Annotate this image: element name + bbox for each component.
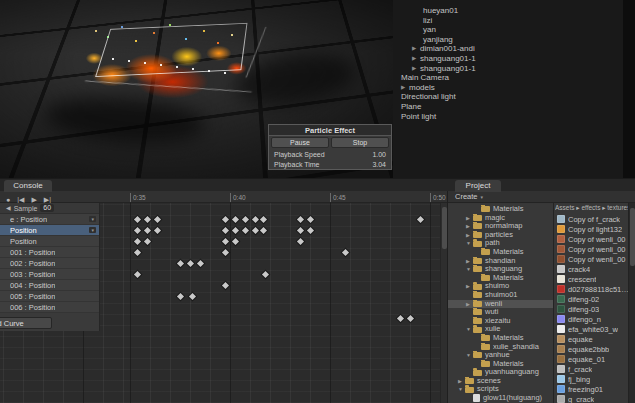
hierarchy-item[interactable]: lizi — [393, 16, 635, 26]
keyframe[interactable] — [260, 216, 267, 223]
anim-property-row[interactable]: e : Position▾ — [0, 214, 99, 225]
project-scrollbar[interactable] — [628, 203, 635, 403]
scrollbar-thumb[interactable] — [442, 207, 447, 249]
hierarchy-item[interactable]: Point light — [393, 112, 635, 122]
project-tree-item[interactable]: yuanhuanguang — [448, 368, 553, 377]
keyframe[interactable] — [297, 227, 304, 234]
keyframe[interactable] — [252, 216, 259, 223]
add-curve-button[interactable]: Add Curve — [0, 317, 52, 329]
scene-view[interactable]: Particle Effect Pause Stop Playback Spee… — [0, 0, 393, 178]
keyframe[interactable] — [177, 260, 184, 267]
keyframe[interactable] — [187, 260, 194, 267]
fold-arrow-icon[interactable]: ▶ — [412, 64, 420, 74]
project-tree-item[interactable]: Materials — [448, 360, 553, 369]
hierarchy-item[interactable]: Main Camera — [393, 73, 635, 83]
keyframe[interactable] — [397, 315, 404, 322]
project-tree-item[interactable]: Materials — [448, 248, 553, 257]
anim-property-row[interactable]: 001 : Position — [0, 247, 99, 258]
pause-button[interactable]: Pause — [271, 137, 329, 148]
asset-item[interactable]: Copy of wenli_00 — [555, 244, 629, 254]
keyframe[interactable] — [144, 216, 151, 223]
chevron-down-icon[interactable]: ▾ — [481, 194, 484, 200]
fold-arrow-icon[interactable]: ▶ — [466, 214, 473, 223]
tab-console[interactable]: Console — [4, 180, 52, 192]
asset-item[interactable]: efa_white03_w — [555, 324, 629, 334]
asset-item[interactable]: fj_bing — [555, 374, 629, 384]
create-button[interactable]: Create — [455, 192, 478, 201]
keyframe[interactable] — [242, 227, 249, 234]
sample-value-field[interactable]: 60 — [40, 204, 54, 212]
project-tree-item[interactable]: ▶shandian — [448, 257, 553, 266]
keyframe[interactable] — [134, 271, 141, 278]
asset-item[interactable]: difengo_n — [555, 314, 629, 324]
anim-property-row[interactable]: 004 : Position — [0, 280, 99, 291]
keyframe[interactable] — [177, 293, 184, 300]
keyframe[interactable] — [407, 315, 414, 322]
keyframe[interactable] — [297, 216, 304, 223]
keyframe[interactable] — [262, 271, 269, 278]
asset-item[interactable]: f_crack — [555, 364, 629, 374]
asset-item[interactable]: g_crack — [555, 394, 629, 403]
fold-arrow-icon[interactable]: ▶ — [466, 257, 473, 266]
project-tree-item[interactable]: ▼path — [448, 239, 553, 248]
project-tree-item[interactable]: wuti — [448, 308, 553, 317]
fold-arrow-icon[interactable]: ▼ — [458, 385, 465, 394]
keyframe[interactable] — [232, 216, 239, 223]
left-arrow-icon[interactable]: ◀ — [6, 203, 11, 214]
keyframe[interactable] — [222, 282, 229, 289]
project-tree-item[interactable]: ▶normalmap — [448, 222, 553, 231]
project-tree-item[interactable]: ▶magic — [448, 214, 553, 223]
keyframe[interactable] — [134, 227, 141, 234]
keyframe[interactable] — [222, 216, 229, 223]
keyframe[interactable] — [144, 238, 151, 245]
hierarchy-item[interactable]: ▶shanguang01-1 — [393, 54, 635, 64]
asset-item[interactable]: Copy of wenli_00 — [555, 234, 629, 244]
fold-arrow-icon[interactable]: ▼ — [466, 351, 473, 360]
project-tree-item[interactable]: ▶scenes — [448, 377, 553, 386]
keyframe[interactable] — [232, 227, 239, 234]
asset-item[interactable]: crescent — [555, 274, 629, 284]
project-tree-item[interactable]: Materials — [448, 334, 553, 343]
keyframe[interactable] — [417, 216, 424, 223]
keyframe[interactable] — [134, 216, 141, 223]
keyframe[interactable] — [134, 249, 141, 256]
chevron-down-icon[interactable]: ▾ — [89, 227, 96, 233]
fold-arrow-icon[interactable]: ▼ — [466, 325, 473, 334]
animation-scrollbar[interactable] — [440, 203, 447, 403]
keyframe[interactable] — [242, 216, 249, 223]
asset-item[interactable]: equake — [555, 334, 629, 344]
project-tree-item[interactable]: ▼xulie — [448, 325, 553, 334]
project-tree-item[interactable]: ▼scripts — [448, 385, 553, 394]
project-tree-item[interactable]: ▶shuimo — [448, 282, 553, 291]
project-tree-item[interactable]: xulie_shandia — [448, 343, 553, 352]
fold-arrow-icon[interactable]: ▼ — [466, 239, 473, 248]
keyframe[interactable] — [297, 238, 304, 245]
hierarchy-item[interactable]: yan — [393, 25, 635, 35]
keyframe[interactable] — [342, 249, 349, 256]
project-tree-item[interactable]: shuimo01 — [448, 291, 553, 300]
anim-property-row[interactable]: 002 : Position — [0, 258, 99, 269]
project-tree-item[interactable]: glow11(huiguang) — [448, 394, 553, 403]
scrollbar-thumb[interactable] — [630, 208, 635, 266]
fold-arrow-icon[interactable]: ▶ — [412, 44, 420, 54]
keyframe[interactable] — [144, 227, 151, 234]
project-tree-item[interactable]: Materials — [448, 205, 553, 214]
anim-property-row[interactable]: Position — [0, 236, 99, 247]
hierarchy-item[interactable]: Plane — [393, 102, 635, 112]
keyframe[interactable] — [260, 227, 267, 234]
column-divider[interactable] — [553, 203, 554, 403]
asset-item[interactable]: d027888118c51074 — [555, 284, 629, 294]
hierarchy-item[interactable]: ▶dimian001-andi — [393, 44, 635, 54]
fold-arrow-icon[interactable]: ▶ — [401, 83, 409, 93]
fold-arrow-icon[interactable]: ▶ — [466, 300, 473, 309]
fold-arrow-icon[interactable]: ▼ — [466, 265, 473, 274]
anim-property-row[interactable]: Position▾ — [0, 225, 99, 236]
hierarchy-item[interactable]: yanjiang — [393, 35, 635, 45]
fold-arrow-icon[interactable]: ▶ — [412, 54, 420, 64]
hierarchy-item[interactable]: ▶shanguang01-1 — [393, 64, 635, 74]
anim-property-row[interactable]: 005 : Position — [0, 291, 99, 302]
keyframe[interactable] — [232, 238, 239, 245]
hierarchy-item[interactable]: hueyan01 — [393, 6, 635, 16]
stop-button[interactable]: Stop — [331, 137, 389, 148]
keyframe[interactable] — [154, 216, 161, 223]
